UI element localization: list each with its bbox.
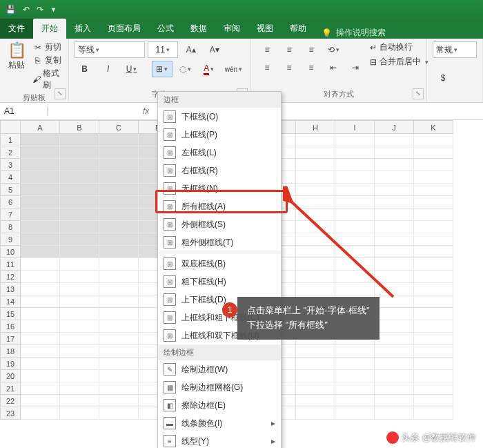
cell[interactable] xyxy=(375,283,414,295)
cell[interactable] xyxy=(335,258,375,271)
tab-formula[interactable]: 公式 xyxy=(149,19,182,39)
cell[interactable] xyxy=(99,271,139,283)
merge-center-button[interactable]: ⊟合并后居中 xyxy=(370,56,428,68)
row-header[interactable]: 19 xyxy=(0,358,21,370)
cell[interactable] xyxy=(296,208,335,221)
cell[interactable] xyxy=(296,146,335,159)
row-header[interactable]: 10 xyxy=(0,246,21,258)
cell[interactable] xyxy=(296,283,335,295)
row-header[interactable]: 12 xyxy=(0,271,21,283)
row-header[interactable]: 15 xyxy=(0,308,21,320)
row-header[interactable]: 11 xyxy=(0,258,21,271)
bold-button[interactable]: B xyxy=(75,61,95,77)
cell[interactable] xyxy=(99,171,139,184)
cell[interactable] xyxy=(21,320,60,333)
cell[interactable] xyxy=(21,134,60,146)
cell[interactable] xyxy=(335,208,375,221)
cell[interactable] xyxy=(60,370,99,382)
col-header[interactable]: A xyxy=(21,120,60,134)
cell[interactable] xyxy=(60,159,99,171)
cell[interactable] xyxy=(21,196,60,208)
cell[interactable] xyxy=(60,171,99,184)
clipboard-launcher[interactable]: ⤡ xyxy=(55,88,66,99)
cell[interactable] xyxy=(414,345,453,358)
select-all-corner[interactable] xyxy=(0,120,21,134)
cell[interactable] xyxy=(21,221,60,233)
cell[interactable] xyxy=(335,271,375,283)
cell[interactable] xyxy=(99,295,139,308)
cell[interactable] xyxy=(60,184,99,196)
row-header[interactable]: 22 xyxy=(0,395,21,407)
cell[interactable] xyxy=(296,171,335,184)
cell[interactable] xyxy=(335,159,375,171)
cell[interactable] xyxy=(335,246,375,258)
cell[interactable] xyxy=(21,345,60,358)
align-bottom-button[interactable]: ≡ xyxy=(301,41,322,58)
cell[interactable] xyxy=(99,283,139,295)
tell-me[interactable]: 💡 操作说明搜索 xyxy=(315,27,393,39)
cell[interactable] xyxy=(21,308,60,320)
undo-icon[interactable]: ↶ xyxy=(23,5,30,14)
cell[interactable] xyxy=(375,333,414,345)
cell[interactable] xyxy=(21,258,60,271)
cell[interactable] xyxy=(414,271,453,283)
cell[interactable] xyxy=(99,246,139,258)
font-size-combo[interactable]: 11 xyxy=(148,41,178,58)
cell[interactable] xyxy=(375,345,414,358)
cell[interactable] xyxy=(60,407,99,420)
row-header[interactable]: 7 xyxy=(0,208,21,221)
cell[interactable] xyxy=(21,295,60,308)
cell[interactable] xyxy=(296,345,335,358)
cell[interactable] xyxy=(296,382,335,395)
format-painter-button[interactable]: 🖌格式刷 xyxy=(32,68,63,91)
tab-home[interactable]: 开始 xyxy=(33,19,66,39)
cell[interactable] xyxy=(335,407,375,420)
wrap-text-button[interactable]: ↵自动换行 xyxy=(370,41,428,53)
cell[interactable] xyxy=(99,333,139,345)
cell[interactable] xyxy=(414,196,453,208)
cell[interactable] xyxy=(60,320,99,333)
tab-layout[interactable]: 页面布局 xyxy=(99,19,149,39)
col-header[interactable]: C xyxy=(99,120,139,134)
cell[interactable] xyxy=(60,333,99,345)
row-header[interactable]: 23 xyxy=(0,407,21,420)
row-header[interactable]: 17 xyxy=(0,333,21,345)
cell[interactable] xyxy=(375,308,414,320)
cell[interactable] xyxy=(99,358,139,370)
border-button[interactable]: ⊞ xyxy=(152,61,172,77)
row-header[interactable]: 8 xyxy=(0,221,21,233)
col-header[interactable]: I xyxy=(335,120,375,134)
cell[interactable] xyxy=(414,159,453,171)
cell[interactable] xyxy=(296,233,335,246)
cell[interactable] xyxy=(60,295,99,308)
cell[interactable] xyxy=(296,271,335,283)
redo-icon[interactable]: ↷ xyxy=(37,5,43,14)
row-header[interactable]: 4 xyxy=(0,171,21,184)
border-menu-item[interactable]: ≡线型(Y) xyxy=(158,432,281,448)
row-header[interactable]: 2 xyxy=(0,146,21,159)
increase-font-button[interactable]: A▴ xyxy=(181,41,201,58)
cell[interactable] xyxy=(375,295,414,308)
cell[interactable] xyxy=(375,382,414,395)
cell[interactable] xyxy=(21,246,60,258)
indent-inc-button[interactable]: ⇥ xyxy=(345,59,366,76)
border-menu-item[interactable]: ⊞右框线(R) xyxy=(158,162,281,179)
align-left-button[interactable]: ≡ xyxy=(257,59,277,76)
cell[interactable] xyxy=(375,146,414,159)
cell[interactable] xyxy=(99,196,139,208)
cell[interactable] xyxy=(21,184,60,196)
border-menu-item[interactable]: ⊞左框线(L) xyxy=(158,144,281,162)
cell[interactable] xyxy=(21,333,60,345)
border-menu-item[interactable]: ⊞粗下框线(H) xyxy=(158,273,281,291)
border-menu-item[interactable]: ⊞上框线(P) xyxy=(158,126,281,144)
cell[interactable] xyxy=(335,196,375,208)
cell[interactable] xyxy=(296,246,335,258)
row-header[interactable]: 20 xyxy=(0,370,21,382)
orientation-button[interactable]: ⟲ xyxy=(323,41,344,58)
cell[interactable] xyxy=(296,407,335,420)
cell[interactable] xyxy=(99,134,139,146)
tab-review[interactable]: 审阅 xyxy=(215,19,248,39)
cell[interactable] xyxy=(21,208,60,221)
cell[interactable] xyxy=(296,196,335,208)
cell[interactable] xyxy=(99,258,139,271)
